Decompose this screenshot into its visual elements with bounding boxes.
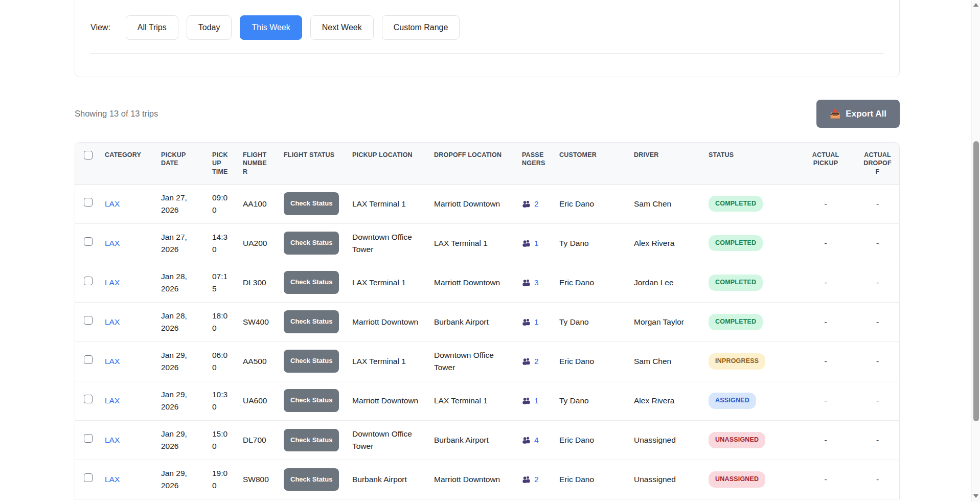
cell-dropoff-location: Burbank Airport [428,302,516,341]
check-status-button[interactable]: Check Status [284,232,339,255]
scrollbar-thumb[interactable] [973,141,979,421]
category-link[interactable]: LAX [105,239,120,247]
passenger-count-link[interactable]: 1 [534,396,539,405]
cell-flight-status: Check Status [278,460,346,499]
cell-actual-dropoff: - [856,381,899,420]
cell-actual-dropoff: - [856,460,899,499]
trip-row: LAX Jan 29, 2026 19:00 SW800 Check Statu… [75,460,899,499]
row-checkbox[interactable] [84,277,93,285]
cell-pickup-time: 10:30 [206,381,237,420]
row-checkbox[interactable] [84,316,93,325]
cell-customer: Eric Dano [553,460,628,499]
cell-actual-pickup: - [795,184,856,223]
filter-divider [90,53,884,54]
row-checkbox[interactable] [84,355,93,364]
check-status-button[interactable]: Check Status [284,389,339,412]
table-header: CATEGORY PICKUP DATE PICKUP TIME FLIGHT … [75,143,899,184]
cell-dropoff-location: LAX Terminal 1 [428,223,516,263]
header-cell-actual-pickup: ACTUAL PICKUP [795,143,856,184]
trip-row: LAX Jan 29, 2026 06:00 AA500 Check Statu… [75,341,899,381]
passenger-count-link[interactable]: 1 [534,317,539,326]
select-all-checkbox[interactable] [84,151,93,159]
view-filter-button[interactable]: All Trips [126,15,178,40]
passenger-count-link[interactable]: 2 [534,475,539,484]
cell-driver: Unassigned [628,460,702,499]
check-status-button[interactable]: Check Status [284,468,339,491]
header-cell-pickup-location: PICKUP LOCATION [346,143,428,184]
check-status-button[interactable]: Check Status [284,429,339,452]
cell-customer: Eric Dano [553,263,628,302]
cell-flight-status: Check Status [278,223,346,263]
passenger-count-link[interactable]: 4 [534,436,539,444]
cell-flight-status: Check Status [278,302,346,341]
cell-actual-dropoff: - [856,184,899,223]
passenger-count-link[interactable]: 2 [534,199,539,208]
cell-driver: Sam Chen [628,184,702,223]
view-filter-button[interactable]: Next Week [310,15,374,40]
cell-select [75,184,99,223]
check-status-button[interactable]: Check Status [284,310,339,333]
scrollbar-down-arrow-icon[interactable] [973,494,978,498]
cell-select [75,341,99,381]
view-filter-button[interactable]: Custom Range [382,15,460,40]
status-badge: COMPLETED [709,196,763,212]
people-icon [522,397,531,404]
passenger-count-link[interactable]: 1 [534,239,539,247]
trip-row: LAX Jan 28, 2026 18:00 SW400 Check Statu… [75,302,899,341]
cell-actual-pickup: - [795,223,856,263]
header-cell-driver: DRIVER [628,143,702,184]
cell-pickup-location: Marriott Downtown [346,302,428,341]
cell-driver: Alex Rivera [628,381,702,420]
passenger-count-link[interactable]: 2 [534,357,539,366]
trip-row: LAX Jan 29, 2026 15:00 DL700 Check Statu… [75,420,899,460]
header-cell-select [75,143,99,184]
cell-flight-status: Check Status [278,381,346,420]
row-checkbox[interactable] [84,237,93,246]
cell-dropoff-location: Marriott Downtown [428,460,516,499]
header-cell-actual-dropoff: ACTUAL DROPOFF [856,143,899,184]
export-all-button[interactable]: 📥 Export All [816,100,900,128]
cell-status: INPROGRESS [702,341,795,381]
cell-customer: Ty Dano [553,381,628,420]
status-badge: INPROGRESS [709,353,765,369]
category-link[interactable]: LAX [105,199,120,208]
people-icon [522,437,531,444]
scrollbar-up-arrow-icon[interactable] [973,3,978,7]
cell-passengers: 1 [516,381,553,420]
cell-status: COMPLETED [702,302,795,341]
cell-passengers: 4 [516,420,553,460]
category-link[interactable]: LAX [105,278,120,287]
header-cell-flight-number: FLIGHT NUMBER [237,143,278,184]
check-status-button[interactable]: Check Status [284,192,339,215]
category-link[interactable]: LAX [105,475,120,484]
cell-flight-status: Check Status [278,420,346,460]
cell-passengers: 1 [516,223,553,263]
cell-select [75,223,99,263]
cell-customer: Ty Dano [553,223,628,263]
check-status-button[interactable]: Check Status [284,271,339,294]
check-status-button[interactable]: Check Status [284,350,339,373]
view-filter-button[interactable]: Today [187,15,232,40]
row-checkbox[interactable] [84,395,93,403]
category-link[interactable]: LAX [105,317,120,326]
cell-pickup-location: Downtown Office Tower [346,223,428,263]
cell-category: LAX [99,460,155,499]
cell-category: LAX [99,184,155,223]
category-link[interactable]: LAX [105,357,120,366]
passenger-count-link[interactable]: 3 [534,278,539,287]
cell-pickup-location: Marriott Downtown [346,381,428,420]
row-checkbox[interactable] [84,198,93,207]
cell-driver: Jordan Lee [628,263,702,302]
scrollbar[interactable] [971,0,980,502]
cell-dropoff-location: Marriott Downtown [428,263,516,302]
category-link[interactable]: LAX [105,436,120,444]
category-link[interactable]: LAX [105,396,120,405]
cell-pickup-date: Jan 29, 2026 [155,420,206,460]
header-cell-flight-status: FLIGHT STATUS [278,143,346,184]
row-checkbox[interactable] [84,434,93,443]
cell-flight-number: SW400 [237,302,278,341]
cell-select [75,381,99,420]
showing-count-text: Showing 13 of 13 trips [75,109,158,119]
view-filter-button[interactable]: This Week [240,15,302,40]
row-checkbox[interactable] [84,473,93,482]
